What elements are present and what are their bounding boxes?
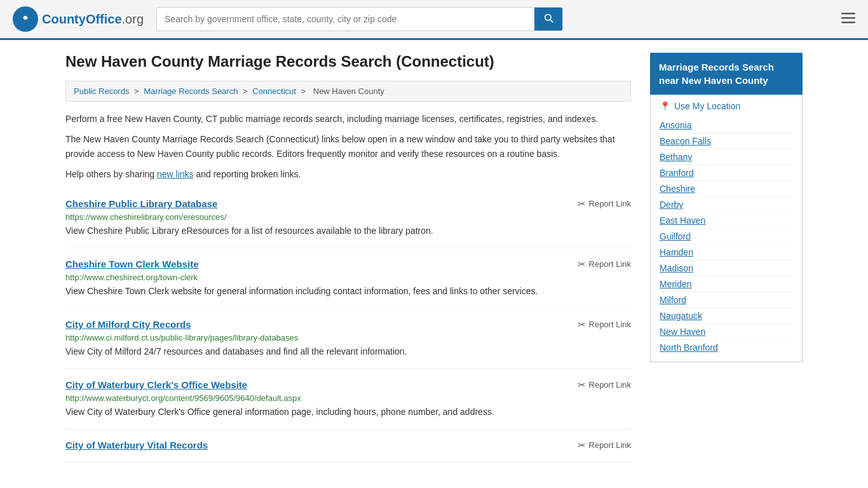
sidebar-link-bethany[interactable]: Bethany bbox=[660, 149, 793, 165]
sidebar-link-naugatuck[interactable]: Naugatuck bbox=[660, 308, 793, 324]
page-title: New Haven County Marriage Records Search… bbox=[65, 53, 631, 71]
result-item: Cheshire Public Library Database ✂ Repor… bbox=[65, 188, 631, 248]
report-link[interactable]: ✂ Report Link bbox=[578, 379, 631, 391]
site-logo[interactable]: CountyOffice.org bbox=[13, 6, 144, 32]
breadcrumb-new-haven-county: New Haven County bbox=[313, 86, 384, 96]
result-url: http://www.cheshirect.org/town-clerk bbox=[65, 273, 631, 282]
new-links-link[interactable]: new links bbox=[157, 169, 194, 179]
sidebar-link-meriden[interactable]: Meriden bbox=[660, 276, 793, 292]
description-3: Help others by sharing new links and rep… bbox=[65, 167, 631, 181]
sidebar-link-new-haven[interactable]: New Haven bbox=[660, 324, 793, 340]
sidebar-link-ansonia[interactable]: Ansonia bbox=[660, 118, 793, 133]
report-icon: ✂ bbox=[578, 440, 586, 451]
sidebar-link-east-haven[interactable]: East Haven bbox=[660, 213, 793, 229]
search-input[interactable] bbox=[157, 8, 534, 30]
result-title[interactable]: City of Waterbury Vital Records bbox=[65, 440, 208, 451]
result-item: City of Waterbury Clerk's Office Website… bbox=[65, 369, 631, 430]
result-desc: View City of Waterbury Clerk's Office ge… bbox=[65, 405, 631, 419]
sidebar-link-branford[interactable]: Branford bbox=[660, 165, 793, 181]
description-1: Perform a free New Haven County, CT publ… bbox=[65, 112, 631, 126]
search-bar bbox=[156, 7, 563, 31]
report-icon: ✂ bbox=[578, 259, 586, 270]
report-link[interactable]: ✂ Report Link bbox=[578, 259, 631, 270]
logo-icon bbox=[13, 6, 38, 32]
content-area: New Haven County Marriage Records Search… bbox=[65, 53, 631, 462]
description-2: The New Haven County Marriage Records Se… bbox=[65, 132, 631, 161]
result-item: City of Waterbury Vital Records ✂ Report… bbox=[65, 430, 631, 462]
sidebar-title: Marriage Records Search near New Haven C… bbox=[650, 53, 803, 95]
menu-button[interactable] bbox=[841, 10, 855, 28]
location-icon: 📍 bbox=[660, 101, 670, 111]
result-url: http://www.waterburyct.org/content/9569/… bbox=[65, 393, 631, 403]
sidebar-link-cheshire[interactable]: Cheshire bbox=[660, 181, 793, 197]
search-button[interactable] bbox=[534, 8, 562, 30]
sidebar-link-guilford[interactable]: Guilford bbox=[660, 229, 793, 245]
sidebar-link-derby[interactable]: Derby bbox=[660, 197, 793, 213]
sidebar-link-north-branford[interactable]: North Branford bbox=[660, 340, 793, 355]
result-title[interactable]: City of Milford City Records bbox=[65, 319, 191, 330]
sidebar-link-beacon-falls[interactable]: Beacon Falls bbox=[660, 133, 793, 149]
breadcrumb-connecticut[interactable]: Connecticut bbox=[252, 86, 296, 96]
site-header: CountyOffice.org bbox=[0, 0, 868, 40]
sidebar-link-madison[interactable]: Madison bbox=[660, 261, 793, 276]
breadcrumb-public-records[interactable]: Public Records bbox=[74, 86, 129, 96]
main-container: New Haven County Marriage Records Search… bbox=[53, 40, 815, 475]
result-desc: View City of Milford 24/7 resources and … bbox=[65, 345, 631, 358]
report-icon: ✂ bbox=[578, 379, 586, 391]
result-title[interactable]: Cheshire Public Library Database bbox=[65, 198, 217, 209]
report-link[interactable]: ✂ Report Link bbox=[578, 198, 631, 210]
report-icon: ✂ bbox=[578, 198, 586, 210]
result-desc: View Cheshire Town Clerk website for gen… bbox=[65, 285, 631, 298]
svg-line-3 bbox=[550, 20, 553, 22]
result-url: https://www.cheshirelibrary.com/eresourc… bbox=[65, 212, 631, 222]
report-link[interactable]: ✂ Report Link bbox=[578, 319, 631, 330]
results-list: Cheshire Public Library Database ✂ Repor… bbox=[65, 188, 631, 462]
result-title[interactable]: Cheshire Town Clerk Website bbox=[65, 259, 199, 269]
svg-rect-5 bbox=[841, 17, 855, 19]
svg-rect-4 bbox=[841, 13, 855, 15]
breadcrumb: Public Records > Marriage Records Search… bbox=[65, 81, 631, 102]
result-item: Cheshire Town Clerk Website ✂ Report Lin… bbox=[65, 248, 631, 309]
use-my-location-link[interactable]: 📍 Use My Location bbox=[660, 101, 793, 111]
svg-rect-6 bbox=[841, 22, 855, 24]
result-url: http://www.ci.milford.ct.us/public-libra… bbox=[65, 333, 631, 342]
sidebar-link-hamden[interactable]: Hamden bbox=[660, 245, 793, 261]
svg-point-1 bbox=[24, 16, 27, 20]
result-item: City of Milford City Records ✂ Report Li… bbox=[65, 309, 631, 369]
breadcrumb-marriage-records[interactable]: Marriage Records Search bbox=[144, 86, 238, 96]
sidebar-content: 📍 Use My Location Ansonia Beacon Falls B… bbox=[650, 95, 803, 362]
report-icon: ✂ bbox=[578, 319, 586, 330]
logo-text: CountyOffice.org bbox=[42, 12, 144, 27]
report-link[interactable]: ✂ Report Link bbox=[578, 440, 631, 451]
result-desc: View Cheshire Public Library eResources … bbox=[65, 224, 631, 238]
sidebar: Marriage Records Search near New Haven C… bbox=[650, 53, 803, 462]
result-title[interactable]: City of Waterbury Clerk's Office Website bbox=[65, 379, 247, 390]
sidebar-link-milford[interactable]: Milford bbox=[660, 292, 793, 308]
